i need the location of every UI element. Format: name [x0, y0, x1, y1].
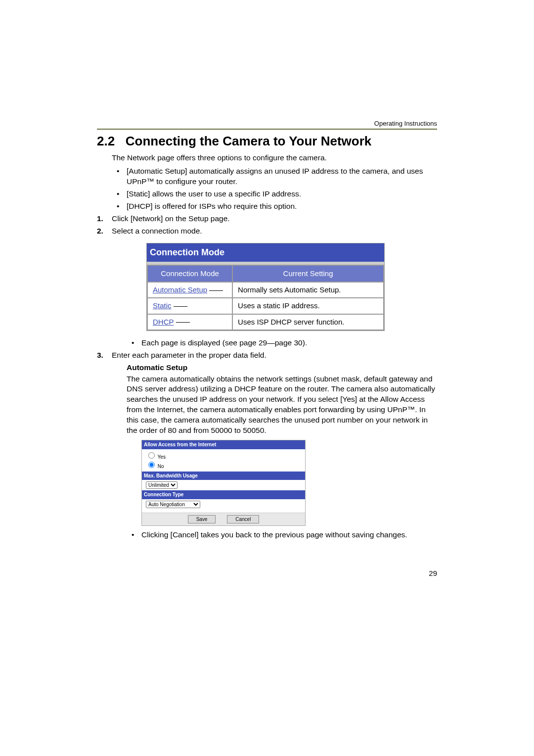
list-item: Each page is displayed (see page 29—page… — [127, 338, 437, 348]
connection-mode-figure: Connection Mode Connection Mode Current … — [146, 243, 385, 331]
cell-desc: Uses ISP DHCP server function. — [232, 314, 384, 330]
figure-caption: Connection Mode — [147, 243, 384, 264]
table-row: Static Uses a static IP address. — [147, 298, 384, 314]
step-number: 3. — [97, 350, 103, 361]
connection-type-select[interactable]: Auto Negotiation — [146, 501, 200, 508]
radio-no-label: No — [158, 464, 164, 469]
options-list: [Automatic Setup] automatically assigns … — [112, 166, 437, 212]
link-automatic-setup[interactable]: Automatic Setup — [153, 285, 207, 294]
list-item: [Static] allows the user to use a specif… — [112, 189, 437, 199]
section-title-text: Connecting the Camera to Your Network — [126, 134, 371, 148]
step-number: 2. — [97, 226, 103, 236]
bandwidth-select[interactable]: Unlimited — [146, 481, 178, 489]
radio-yes-label: Yes — [158, 454, 166, 460]
page-number: 29 — [429, 569, 437, 577]
automatic-setup-heading: Automatic Setup — [127, 363, 437, 373]
step-2: 2. Select a connection mode. Connection … — [97, 226, 437, 348]
settings-form-figure: Allow Access from the Internet Yes No Ma… — [141, 440, 306, 526]
callout-line-icon — [209, 290, 223, 291]
header-rule — [97, 129, 437, 130]
callout-line-icon — [176, 322, 190, 323]
list-item: Clicking [Cancel] takes you back to the … — [127, 530, 437, 540]
table-row: Automatic Setup Normally sets Automatic … — [147, 282, 384, 298]
intro-text: The Network page offers three options to… — [112, 153, 437, 163]
cell-desc: Normally sets Automatic Setup. — [232, 282, 384, 298]
list-item: [Automatic Setup] automatically assigns … — [112, 166, 437, 187]
step-1: 1. Click [Network] on the Setup page. — [97, 214, 437, 224]
step-text: Enter each parameter in the proper data … — [112, 351, 267, 359]
step-text: Click [Network] on the Setup page. — [112, 214, 230, 223]
link-static[interactable]: Static — [153, 301, 172, 310]
step-text: Select a connection mode. — [112, 227, 202, 235]
automatic-setup-paragraph: The camera automatically obtains the net… — [127, 374, 437, 436]
radio-yes[interactable]: Yes — [146, 454, 166, 460]
radio-no[interactable]: No — [146, 464, 164, 469]
table-row: DHCP Uses ISP DHCP server function. — [147, 314, 384, 330]
section-heading: 2.2 Connecting the Camera to Your Networ… — [97, 134, 437, 149]
save-button[interactable]: Save — [188, 515, 216, 524]
cancel-button[interactable]: Cancel — [227, 515, 259, 524]
col-header-mode: Connection Mode — [147, 265, 232, 282]
connection-mode-table: Connection Mode Current Setting Automati… — [147, 265, 384, 331]
panel-connection-type: Connection Type — [142, 490, 305, 499]
cell-desc: Uses a static IP address. — [232, 298, 384, 314]
list-item: [DHCP] is offered for ISPs who require t… — [112, 201, 437, 212]
step-number: 1. — [97, 214, 103, 224]
link-dhcp[interactable]: DHCP — [153, 318, 174, 326]
panel-bandwidth: Max. Bandwidth Usage — [142, 472, 305, 480]
panel-allow-access: Allow Access from the Internet — [142, 440, 305, 449]
running-header: Operating Instructions — [97, 120, 437, 127]
col-header-setting: Current Setting — [232, 265, 384, 282]
section-number: 2.2 — [97, 134, 115, 148]
step-3: 3. Enter each parameter in the proper da… — [97, 350, 437, 540]
callout-line-icon — [174, 306, 187, 307]
